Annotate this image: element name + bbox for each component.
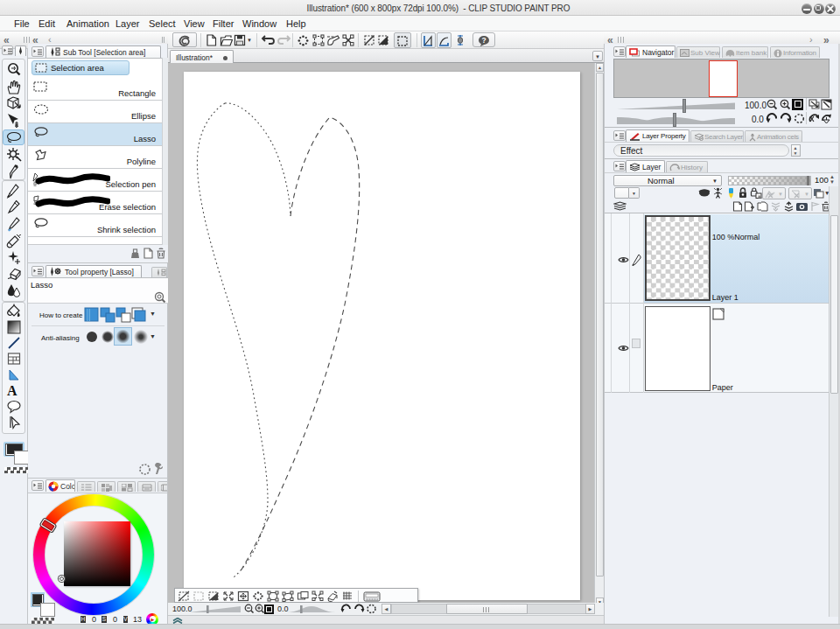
svg-text:?: ? [481,35,486,44]
